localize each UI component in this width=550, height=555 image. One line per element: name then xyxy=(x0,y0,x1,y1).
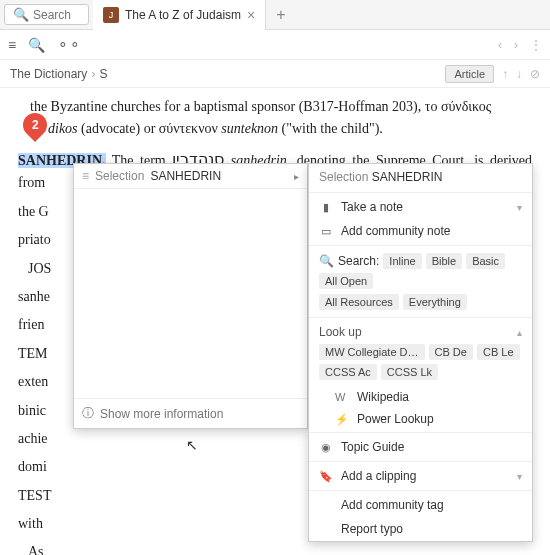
lookup-tag[interactable]: CB De xyxy=(429,344,473,360)
lookup-tag[interactable]: CB Le xyxy=(477,344,520,360)
search-tag[interactable]: Inline xyxy=(383,253,421,269)
search-tag[interactable]: Bible xyxy=(426,253,462,269)
up-arrow-icon[interactable]: ↑ xyxy=(502,67,508,81)
search-tag[interactable]: All Open xyxy=(319,273,373,289)
chevron-right-icon: › xyxy=(91,67,95,81)
topic-guide-row[interactable]: ◉ Topic Guide xyxy=(309,435,532,459)
chevron-right-icon[interactable]: ▸ xyxy=(294,171,299,182)
chevron-down-icon: ▾ xyxy=(517,471,522,482)
nav-forward-icon[interactable]: › xyxy=(514,38,518,52)
tab-active[interactable]: J The A to Z of Judaism × xyxy=(93,0,266,30)
take-note-row[interactable]: ▮ Take a note ▾ xyxy=(309,195,532,219)
selection-term: SANHEDRIN xyxy=(150,169,221,183)
article-dropdown[interactable]: Article xyxy=(445,65,494,83)
wikipedia-icon: W xyxy=(335,391,349,403)
selection-popover-left: ≡ Selection SANHEDRIN ▸ ⓘ Show more info… xyxy=(73,163,308,429)
chevron-up-icon: ▴ xyxy=(517,327,522,338)
lookup-tag[interactable]: MW Collegiate D… xyxy=(319,344,425,360)
add-community-note-row[interactable]: ▭ Add community note xyxy=(309,219,532,243)
wikipedia-row[interactable]: W Wikipedia xyxy=(309,386,532,408)
selection-label: Selection xyxy=(95,169,144,183)
power-lookup-row[interactable]: ⚡ Power Lookup xyxy=(309,408,532,430)
breadcrumb: The Dictionary › S Article ↑ ↓ ⊘ xyxy=(0,60,550,88)
info-icon: ⓘ xyxy=(82,405,94,422)
search-input[interactable] xyxy=(33,8,83,22)
add-community-tag-row[interactable]: Add community tag xyxy=(309,493,532,517)
close-icon[interactable]: × xyxy=(247,7,255,23)
new-tab-button[interactable]: + xyxy=(266,6,295,24)
tab-favicon: J xyxy=(103,7,119,23)
location-pin[interactable]: 2 xyxy=(23,113,47,143)
selection-label: Selection xyxy=(319,170,368,184)
menu-icon[interactable]: ≡ xyxy=(8,37,16,53)
search-icon: 🔍 xyxy=(13,7,29,22)
clipping-icon: 🔖 xyxy=(319,470,333,483)
nav-back-icon[interactable]: ‹ xyxy=(498,38,502,52)
tab-title: The A to Z of Judaism xyxy=(125,8,241,22)
search-tag[interactable]: All Resources xyxy=(319,294,399,310)
lookup-section[interactable]: Look up ▴ xyxy=(309,320,532,341)
search-tag[interactable]: Basic xyxy=(466,253,505,269)
selection-popover-right: Selection SANHEDRIN ▮ Take a note ▾ ▭ Ad… xyxy=(308,163,533,542)
chevron-down-icon: ▾ xyxy=(517,202,522,213)
add-clipping-row[interactable]: 🔖 Add a clipping ▾ xyxy=(309,464,532,488)
lookup-tag[interactable]: CCSS Lk xyxy=(381,364,438,380)
report-typo-row[interactable]: Report typo xyxy=(309,517,532,541)
down-arrow-icon[interactable]: ↓ xyxy=(516,67,522,81)
menu-icon[interactable]: ≡ xyxy=(82,169,89,183)
show-more-info[interactable]: ⓘ Show more information xyxy=(74,398,307,428)
visual-filter-icon[interactable]: ⚬⚬ xyxy=(57,37,81,53)
power-lookup-icon: ⚡ xyxy=(335,413,349,426)
toolbar: ≡ 🔍 ⚬⚬ ‹ › ⋮ xyxy=(0,30,550,60)
lookup-tag[interactable]: CCSS Ac xyxy=(319,364,377,380)
breadcrumb-part[interactable]: S xyxy=(99,67,107,81)
breadcrumb-part[interactable]: The Dictionary xyxy=(10,67,87,81)
close-panel-icon[interactable]: ⊘ xyxy=(530,67,540,81)
selection-term: SANHEDRIN xyxy=(372,170,443,184)
tab-bar: 🔍 J The A to Z of Judaism × + xyxy=(0,0,550,30)
search-tag[interactable]: Everything xyxy=(403,294,467,310)
pin-number: 2 xyxy=(32,118,39,132)
topic-guide-icon: ◉ xyxy=(319,441,333,454)
kebab-icon[interactable]: ⋮ xyxy=(530,38,542,52)
note-icon: ▮ xyxy=(319,201,333,214)
search-icon[interactable]: 🔍 xyxy=(28,37,45,53)
search-section: 🔍 Search: Inline Bible Basic All Open xyxy=(309,248,532,294)
search-icon: 🔍 xyxy=(319,254,334,268)
community-note-icon: ▭ xyxy=(319,225,333,238)
global-search[interactable]: 🔍 xyxy=(4,4,89,25)
